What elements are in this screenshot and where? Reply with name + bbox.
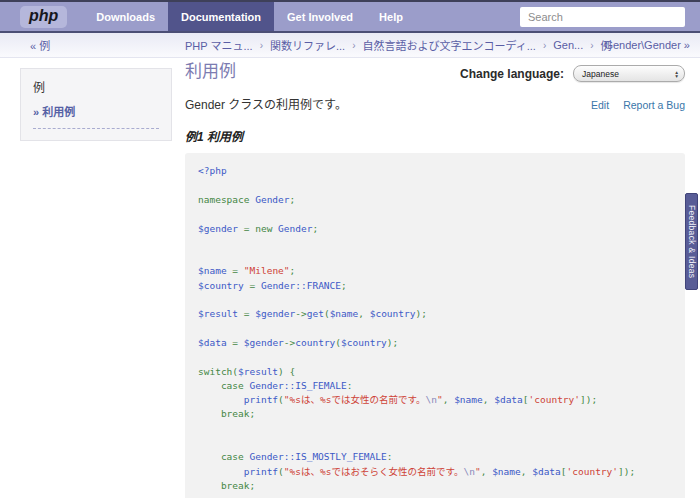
example-title: 例1 利用例 (185, 127, 685, 144)
breadcrumb-item[interactable]: Gen... (553, 39, 583, 51)
sidebar-heading: 例 (33, 78, 159, 95)
language-select-value: Japanese (582, 69, 619, 79)
page-description: Gender クラスの利用例です。 (185, 95, 347, 112)
breadcrumb: « 例 PHP マニュ...›関数リファレ...›自然言語および文字エンコーディ… (0, 33, 700, 58)
edit-link[interactable]: Edit (591, 99, 609, 111)
report-bug-link[interactable]: Report a Bug (623, 99, 685, 111)
main-content: 利用例 Change language: Japanese ▴▾ Gender … (185, 62, 685, 498)
nav-item-get-involved[interactable]: Get Involved (274, 2, 366, 31)
change-language-label: Change language: (460, 67, 564, 81)
breadcrumb-item[interactable]: 関数リファレ... (270, 37, 345, 53)
code-block: <?php namespace Gender; $gender = new Ge… (185, 153, 685, 498)
breadcrumb-item[interactable]: PHP マニュ... (185, 37, 253, 53)
nav-item-documentation[interactable]: Documentation (168, 2, 274, 31)
nav-items: DownloadsDocumentationGet InvolvedHelp (83, 2, 416, 31)
breadcrumb-item[interactable]: 自然言語および文字エンコーディ... (363, 37, 536, 53)
feedback-tab-label: Feedback & Ideas (687, 205, 697, 278)
breadcrumb-trail: PHP マニュ...›関数リファレ...›自然言語および文字エンコーディ...›… (185, 37, 612, 53)
breadcrumb-back-link[interactable]: « 例 (30, 37, 50, 53)
nav-item-help[interactable]: Help (366, 2, 416, 31)
feedback-tab[interactable]: Feedback & Ideas (685, 193, 698, 290)
search-input[interactable] (520, 7, 685, 27)
code-pre: <?php namespace Gender; $gender = new Ge… (198, 164, 672, 493)
nav-item-downloads[interactable]: Downloads (83, 2, 168, 31)
php-logo[interactable]: php (20, 6, 67, 28)
breadcrumb-separator-icon: › (590, 40, 593, 51)
select-arrows-icon: ▴▾ (675, 70, 678, 78)
sidebar: 例 » 利用例 (20, 68, 172, 141)
breadcrumb-separator-icon: › (543, 40, 546, 51)
breadcrumb-current-page[interactable]: Gender\Gender » (604, 39, 690, 51)
page-title: 利用例 (185, 62, 236, 82)
breadcrumb-separator-icon: › (352, 40, 355, 51)
sidebar-items: » 利用例 (33, 103, 159, 129)
sidebar-item-usage-example[interactable]: » 利用例 (33, 103, 159, 129)
breadcrumb-item[interactable]: 例 (601, 37, 612, 53)
change-language: Change language: Japanese ▴▾ (460, 65, 685, 82)
language-select[interactable]: Japanese ▴▾ (573, 65, 685, 82)
breadcrumb-separator-icon: › (260, 40, 263, 51)
top-navbar: php DownloadsDocumentationGet InvolvedHe… (0, 0, 700, 33)
